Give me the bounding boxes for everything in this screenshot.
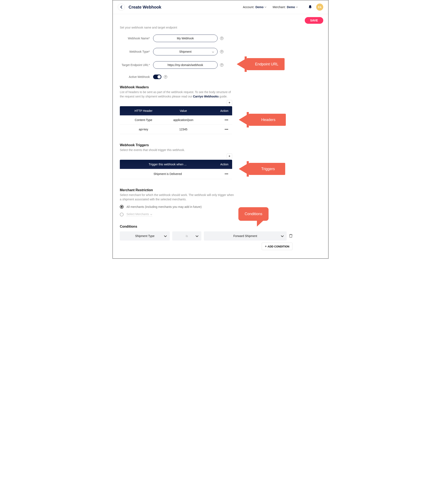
merchant-section-desc: Select merchant for which the webhook sh… <box>120 193 236 202</box>
col-value: Value <box>163 109 204 113</box>
header-value: application/json <box>163 118 204 122</box>
caret-down-icon <box>296 6 298 8</box>
callout-label: Endpoint URL <box>255 62 278 67</box>
callout-label: Triggers <box>257 167 279 171</box>
endpoint-url-label: Target Endpoint URL* <box>120 63 153 67</box>
webhooks-guide-link[interactable]: Carriyo Webhooks <box>193 95 219 98</box>
account-selector[interactable]: Account: Demo <box>243 5 266 9</box>
row-actions-button[interactable]: ••• <box>225 128 228 131</box>
row-actions-button[interactable]: ••• <box>225 118 228 122</box>
table-row: api-key 12345 ••• <box>120 125 232 134</box>
col-trigger-event: Trigger this webhook when ... <box>124 163 212 166</box>
callout-endpoint: Endpoint URL <box>247 58 284 70</box>
webhook-type-select[interactable]: Shipment <box>153 48 218 55</box>
condition-operator-select[interactable]: is <box>172 231 201 240</box>
col-http-header: HTTP Header <box>124 109 163 113</box>
webhook-type-value: Shipment <box>179 50 191 53</box>
chevron-left-icon <box>120 6 122 9</box>
active-webhook-toggle[interactable] <box>153 75 161 79</box>
callout-label: Conditions <box>245 212 262 216</box>
callout-label: Headers <box>257 118 280 122</box>
account-value: Demo <box>255 5 264 9</box>
notifications-button[interactable] <box>308 5 312 10</box>
back-button[interactable] <box>118 3 125 11</box>
headers-section-title: Webhook Headers <box>120 85 321 89</box>
chevron-down-icon <box>281 234 284 238</box>
merchant-section-title: Merchant Restriction <box>120 188 321 192</box>
condition-operator-value: is <box>186 234 188 238</box>
caret-down-icon <box>150 212 152 216</box>
conditions-section-title: Conditions <box>120 225 321 228</box>
table-row: Shipment is Delivered ••• <box>120 169 232 179</box>
table-row: Content-Type application/json ••• <box>120 115 232 125</box>
triggers-section-desc: Select the events that should trigger th… <box>120 148 232 152</box>
callout-conditions: Conditions <box>238 207 268 221</box>
trash-icon <box>289 234 292 238</box>
triggers-section-title: Webhook Triggers <box>120 143 321 147</box>
header-value: 12345 <box>163 128 204 131</box>
col-action: Action <box>212 163 228 166</box>
radio-select-merchants[interactable] <box>120 213 124 216</box>
radio-all-merchants[interactable] <box>120 205 124 209</box>
plus-icon: + <box>265 245 267 248</box>
delete-condition-button[interactable] <box>289 234 292 238</box>
condition-field-value: Shipment Type <box>135 234 154 238</box>
page-title: Create Webhook <box>128 5 161 10</box>
col-action: Action <box>203 109 228 113</box>
bell-icon <box>308 5 312 9</box>
caret-down-icon <box>264 6 267 8</box>
merchant-value: Demo <box>287 5 295 9</box>
help-icon[interactable]: ? <box>220 63 223 67</box>
caret-down-icon <box>212 50 214 53</box>
webhook-name-input[interactable] <box>153 34 218 42</box>
chevron-down-icon <box>164 234 167 238</box>
headers-section-desc: List of headers to be sent as part of th… <box>120 90 232 99</box>
select-merchants-dropdown[interactable]: Select Merchants <box>126 212 152 216</box>
callout-triggers: Triggers <box>249 163 285 175</box>
add-trigger-button[interactable]: + <box>227 153 232 159</box>
condition-value-text: Forward Shipment <box>233 234 257 238</box>
row-actions-button[interactable]: ••• <box>225 172 228 176</box>
help-icon[interactable]: ? <box>220 37 223 40</box>
merchant-label: Merchant: <box>273 5 286 9</box>
account-label: Account: <box>243 5 254 9</box>
help-icon[interactable]: ? <box>164 75 167 79</box>
chevron-down-icon <box>196 234 198 238</box>
add-header-button[interactable]: + <box>227 100 232 105</box>
callout-headers: Headers <box>249 114 286 126</box>
header-name: Content-Type <box>124 118 163 122</box>
trigger-event: Shipment is Delivered <box>124 172 212 176</box>
save-button[interactable]: SAVE <box>305 17 323 24</box>
intro-text: Set your webhook name and target endpoin… <box>120 26 321 29</box>
merchant-selector[interactable]: Merchant: Demo <box>273 5 298 9</box>
help-icon[interactable]: ? <box>220 50 223 53</box>
radio-all-merchants-label: All merchants (including merchants you m… <box>126 205 202 208</box>
header-name: api-key <box>124 128 163 131</box>
condition-field-select[interactable]: Shipment Type <box>120 231 170 240</box>
add-condition-button[interactable]: + ADD CONDITION <box>262 243 292 250</box>
avatar[interactable]: FA <box>316 3 323 11</box>
webhook-type-label: Webhook Type* <box>120 50 153 53</box>
webhook-name-label: Webhook Name* <box>120 37 153 40</box>
active-webhook-label: Active Webhook <box>120 75 153 79</box>
condition-value-select[interactable]: Forward Shipment <box>204 231 287 240</box>
endpoint-url-input[interactable] <box>153 61 218 69</box>
